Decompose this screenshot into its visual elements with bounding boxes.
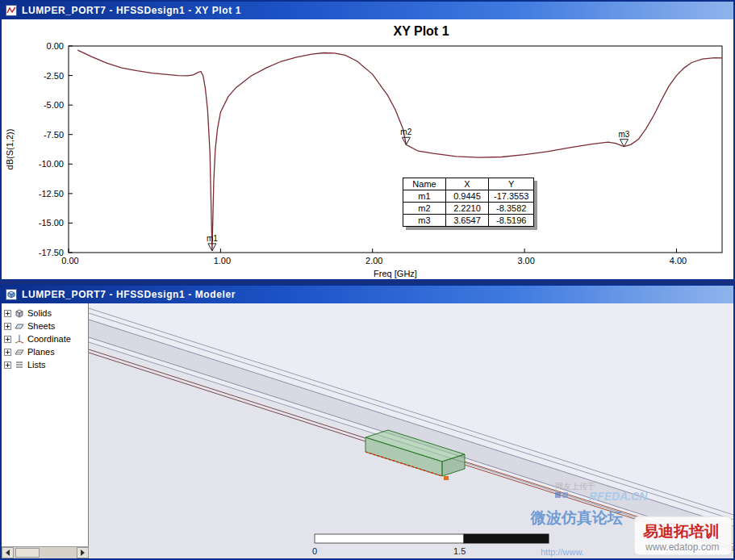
modeler-titlebar[interactable]: LUMPER_PORT7 - HFSSDesign1 - Modeler — [2, 286, 733, 303]
marker-table-row: m2 2.2210 -8.3582 — [403, 203, 534, 215]
y-axis-label: dB(S(1,2)) — [5, 129, 15, 170]
marker-x: 0.9445 — [446, 190, 489, 203]
expand-plus-icon[interactable] — [4, 336, 11, 343]
y-tick-label: -7.50 — [44, 130, 64, 140]
trace-marker-label: m1 — [207, 234, 218, 243]
scroll-right-arrow-icon — [81, 550, 85, 556]
watermark-url-text: http://www. — [541, 547, 584, 557]
tree-item-label: Coordinate — [27, 334, 71, 344]
watermark-forum-text: 微波仿真论坛 — [530, 509, 623, 526]
axes-icon — [15, 334, 24, 344]
tree-item-label: Sheets — [27, 321, 55, 331]
scale-bar-end-label: 1.5 — [453, 546, 466, 556]
scroll-left-button[interactable] — [2, 547, 14, 558]
tree-item-label: Lists — [27, 360, 46, 370]
marker-table-row: m3 3.6547 -8.5196 — [403, 215, 534, 227]
plot-area[interactable] — [69, 46, 722, 253]
y-tick-label: -12.50 — [39, 189, 64, 199]
chart-title: XY Plot 1 — [393, 24, 449, 38]
watermark-edatop-brand-text: 易迪拓培训 — [642, 523, 720, 540]
marker-table-header: Y — [489, 178, 534, 190]
tree-item-label: Solids — [27, 308, 52, 318]
modeler-canvas[interactable]: 网友上传于 RFEDA.CN 微波仿真论坛 http://www. 易迪拓培训 … — [89, 303, 733, 558]
expand-plus-icon[interactable] — [4, 323, 11, 330]
modeler-window: LUMPER_PORT7 - HFSSDesign1 - Modeler Sol… — [0, 284, 735, 560]
marker-name: m1 — [403, 190, 446, 203]
watermark-rfeda-text: RFEDA.CN — [589, 490, 648, 503]
scroll-right-button[interactable] — [77, 547, 89, 558]
marker-x: 2.2210 — [446, 203, 489, 215]
marker-name: m3 — [403, 215, 446, 227]
xy-plot-window: LUMPER_PORT7 - HFSSDesign1 - XY Plot 1 X… — [0, 0, 735, 281]
xy-plot-canvas[interactable]: XY Plot 10.00-2.50-5.00-7.50-10.00-12.50… — [2, 19, 733, 281]
modeler-tree-panel: Solids Sheets Coordinate Planes Lists — [2, 303, 89, 546]
marker-table-header: Name — [403, 178, 446, 190]
tree-horizontal-scrollbar[interactable] — [2, 546, 89, 558]
marker-table-header: X — [446, 178, 489, 190]
scale-bar-white-segment[interactable] — [315, 534, 464, 543]
trace-marker-label: m3 — [618, 130, 629, 139]
marker-y: -17.3553 — [489, 190, 534, 203]
scale-bar-start-label: 0 — [312, 546, 317, 556]
marker-y: -8.3582 — [489, 203, 534, 215]
tree-item-planes[interactable]: Planes — [2, 345, 88, 358]
marker-table-row: m1 0.9445 -17.3553 — [403, 190, 534, 203]
scrollbar-thumb[interactable] — [15, 548, 40, 558]
tree-item-sheets[interactable]: Sheets — [2, 320, 88, 332]
x-tick-label: 1.00 — [214, 256, 231, 265]
y-tick-label: -15.00 — [39, 218, 64, 228]
marker-y: -8.5196 — [489, 215, 534, 227]
xy-plot-window-title: LUMPER_PORT7 - HFSSDesign1 - XY Plot 1 — [22, 5, 241, 16]
modeler-window-title: LUMPER_PORT7 - HFSSDesign1 - Modeler — [22, 289, 236, 300]
expand-plus-icon[interactable] — [4, 310, 11, 317]
scroll-left-arrow-icon — [6, 550, 10, 556]
expand-plus-icon[interactable] — [4, 349, 11, 356]
scrollbar-track[interactable] — [14, 547, 77, 558]
cube-icon — [15, 308, 24, 318]
modeler-3d-viewport[interactable]: 网友上传于 RFEDA.CN 微波仿真论坛 http://www. 易迪拓培训 … — [89, 303, 733, 558]
tree-item-label: Planes — [27, 347, 55, 357]
y-tick-label: 0.00 — [47, 41, 64, 51]
tree-item-coordinate[interactable]: Coordinate — [2, 332, 88, 345]
x-tick-label: 3.00 — [517, 256, 534, 265]
x-tick-label: 2.00 — [365, 256, 382, 265]
rfeda-logo-square — [562, 492, 568, 498]
modeler-window-icon — [6, 289, 17, 300]
marker-x: 3.6547 — [446, 215, 489, 227]
marker-table: Name X Y m1 0.9445 -17.3553 m2 2.2210 -8… — [403, 178, 534, 227]
trace-marker-label: m2 — [400, 127, 411, 136]
x-tick-label: 4.00 — [670, 256, 687, 265]
rfeda-logo-square — [555, 492, 561, 498]
expand-plus-icon[interactable] — [4, 361, 11, 369]
y-tick-label: -10.00 — [39, 159, 64, 169]
y-tick-label: -17.50 — [39, 248, 64, 257]
watermark-edatop-url-text: www.edatop.com — [645, 541, 719, 553]
tree-item-lists[interactable]: Lists — [2, 358, 88, 371]
y-tick-label: -2.50 — [44, 71, 64, 81]
x-axis-label: Freq [GHz] — [374, 269, 417, 278]
list-icon — [15, 360, 24, 370]
sheet-icon — [15, 321, 24, 331]
xy-plot-window-icon — [6, 5, 17, 16]
scale-bar-black-segment[interactable] — [464, 534, 549, 543]
y-tick-label: -5.00 — [44, 100, 64, 110]
plane-icon — [15, 347, 24, 357]
x-tick-label: 0.00 — [61, 256, 78, 265]
xy-plot-titlebar[interactable]: LUMPER_PORT7 - HFSSDesign1 - XY Plot 1 — [2, 2, 733, 19]
port-marker — [444, 476, 449, 480]
tree-item-solids[interactable]: Solids — [2, 307, 88, 320]
marker-name: m2 — [403, 203, 446, 215]
